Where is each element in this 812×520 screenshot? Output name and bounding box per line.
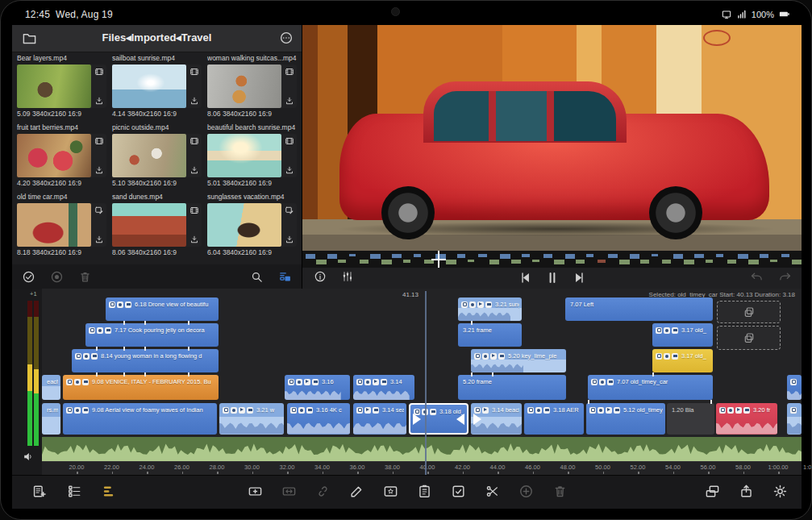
timeline-clip[interactable]: 3.14 sea — [353, 403, 406, 435]
timeline-ruler[interactable]: 20.0022.0024.0026.0028.0030.0032.0034.00… — [42, 461, 802, 476]
undo-icon[interactable] — [750, 270, 764, 284]
library-item-thumbnail[interactable] — [112, 203, 186, 247]
record-icon[interactable] — [50, 270, 64, 284]
audio-badge-icon — [735, 407, 742, 414]
library-item[interactable]: Bear layers.mp45.09 3840x2160 16:9 — [15, 54, 109, 122]
insert-button[interactable] — [246, 482, 264, 500]
timeline[interactable]: +1 41.13 Selected: old_timey_car Start: … — [12, 289, 802, 475]
add-circle-button[interactable] — [517, 482, 535, 500]
timeline-clip[interactable]: 3.16 4K c — [287, 403, 350, 435]
ruler-tick-mark — [252, 472, 254, 474]
trash-button[interactable] — [551, 482, 568, 500]
timeline-clip[interactable]: 9.08 Aerial view of foamy waves of India… — [63, 403, 217, 435]
timeline-clip[interactable]: 3.17 old_ — [652, 349, 713, 372]
sort-icon[interactable] — [278, 270, 292, 284]
timeline-clip[interactable]: 6.18 Drone view of beautifu — [106, 297, 219, 321]
star-frame-button[interactable] — [381, 482, 399, 500]
library-item[interactable]: sand dunes.mp48.06 3840x2160 16:9 — [110, 193, 204, 260]
skip-forward-icon[interactable] — [571, 270, 586, 285]
clip-drop-placeholder[interactable] — [717, 326, 781, 350]
timeline-clip[interactable]: 3.20 fr — [716, 403, 777, 435]
library-item[interactable]: woman walking suitcas...mp48.06 3840x216… — [206, 54, 299, 122]
minimap-clip-bar — [489, 260, 499, 264]
check-circle-icon[interactable] — [22, 270, 35, 284]
library-item-thumbnail[interactable] — [17, 203, 91, 247]
ellipsis-icon[interactable] — [279, 31, 294, 45]
library-item[interactable]: old time car.mp48.18 3840x2160 16:9 — [15, 193, 109, 260]
pencil-button[interactable] — [348, 482, 365, 500]
timeline-clip[interactable]: 5.20 frame — [458, 375, 566, 400]
search-icon[interactable] — [250, 270, 264, 284]
playhead[interactable] — [425, 291, 427, 475]
media-badge-icon — [306, 407, 313, 414]
timeline-clip[interactable]: 7.07 old_timey_car — [588, 375, 713, 400]
track-options-button[interactable] — [65, 482, 83, 500]
library-item-thumbnail[interactable] — [207, 64, 281, 108]
library-item-thumbnail[interactable] — [17, 134, 91, 177]
media-badge-icon — [485, 302, 492, 308]
minimap-clip-bar — [381, 260, 392, 264]
trim-handle-right[interactable] — [456, 414, 464, 425]
timeline-minimap[interactable] — [302, 251, 802, 268]
add-media-button[interactable] — [30, 482, 48, 500]
timeline-clip[interactable]: 5.20 key_lime_pie — [471, 349, 566, 372]
audio-badge-icon — [373, 379, 379, 385]
frame-badge-icon — [589, 407, 596, 414]
gear-button[interactable] — [771, 482, 789, 500]
timeline-clip[interactable]: 7.07 Left — [565, 297, 713, 321]
library-item[interactable]: sunglasses vacation.mp46.04 3840x2160 16… — [206, 193, 299, 260]
fx-badge-icon — [97, 327, 103, 334]
library-item[interactable]: beautiful bearch sunrise.mp45.01 3840x21… — [206, 123, 299, 191]
timeline-clip[interactable] — [787, 403, 802, 435]
library-breadcrumb[interactable]: Files◂Imported◂Travel — [12, 31, 302, 44]
trash-icon[interactable] — [78, 270, 92, 284]
clipboard-button[interactable] — [415, 482, 433, 500]
timeline-clip[interactable]: 3.21 sunglas — [458, 297, 522, 321]
mixer-icon[interactable] — [341, 270, 354, 283]
timeline-clip[interactable]: 3.21 w — [219, 403, 284, 435]
library-item-thumbnail[interactable] — [112, 134, 186, 177]
checkbox-button[interactable] — [449, 482, 467, 500]
timeline-clip[interactable]: 3.14 beach — [471, 403, 522, 435]
timeline-clip[interactable]: 1.20 Bla — [667, 403, 714, 435]
library-item-badges — [186, 134, 202, 177]
library-item-thumbnail[interactable] — [207, 203, 281, 247]
library-item[interactable]: picnic outside.mp45.10 3840x2160 16:9 — [110, 123, 204, 191]
pause-icon[interactable] — [544, 270, 560, 285]
timeline-clip[interactable]: rs.m — [42, 403, 60, 435]
timeline-clip[interactable]: 9.08 VENICE, ITALY - FEBRUARY 2015. Bu — [63, 375, 219, 400]
timeline-clip[interactable]: 5.12 old_timey_car — [586, 403, 665, 435]
speaker-icon[interactable] — [22, 450, 35, 464]
fx-badge-icon — [727, 407, 734, 414]
library-item-thumbnail[interactable] — [207, 134, 281, 177]
scissors-button[interactable] — [483, 482, 501, 500]
timeline-clip[interactable]: 3.21 frame — [458, 323, 522, 347]
share-button[interactable] — [737, 482, 755, 500]
audio-waveform-track[interactable] — [42, 437, 802, 461]
timeline-clip[interactable]: 3.14 — [353, 375, 414, 400]
redo-icon[interactable] — [778, 270, 792, 284]
library-item-thumbnail[interactable] — [112, 64, 186, 108]
timeline-clip[interactable] — [787, 375, 802, 400]
library-item[interactable]: fruit tart berries.mp44.20 3840x2160 16:… — [15, 123, 109, 191]
timeline-layers-button[interactable] — [101, 482, 119, 500]
timeline-clip[interactable]: each — [42, 375, 60, 400]
timeline-clip[interactable]: 7.17 Cook pouring jelly on decora — [85, 323, 219, 347]
overwrite-button[interactable] — [280, 482, 298, 500]
timeline-clip[interactable]: 3.17 old_ — [652, 323, 713, 347]
library-item[interactable]: sailboat sunrise.mp44.14 3840x2160 16:9 — [110, 54, 204, 122]
link-button[interactable] — [314, 482, 331, 500]
timeline-clip[interactable]: 3.16 — [285, 375, 350, 400]
layout-button[interactable] — [703, 482, 721, 500]
library-item-thumbnail[interactable] — [17, 64, 91, 108]
timeline-clip[interactable]: 8.14 young woman in a long flowing d — [72, 349, 219, 372]
timeline-clip[interactable]: 3.18 AER — [524, 403, 584, 435]
timeline-clip[interactable]: 3.18 old_ — [409, 403, 468, 435]
skip-back-icon[interactable] — [518, 270, 533, 285]
clip-link-connector — [96, 372, 98, 376]
clip-drop-placeholder[interactable] — [717, 301, 781, 323]
trim-handle-left[interactable] — [413, 414, 421, 425]
media-badge-icon — [430, 409, 436, 415]
ruler-tick-mark — [673, 472, 675, 474]
info-icon[interactable] — [314, 270, 327, 283]
